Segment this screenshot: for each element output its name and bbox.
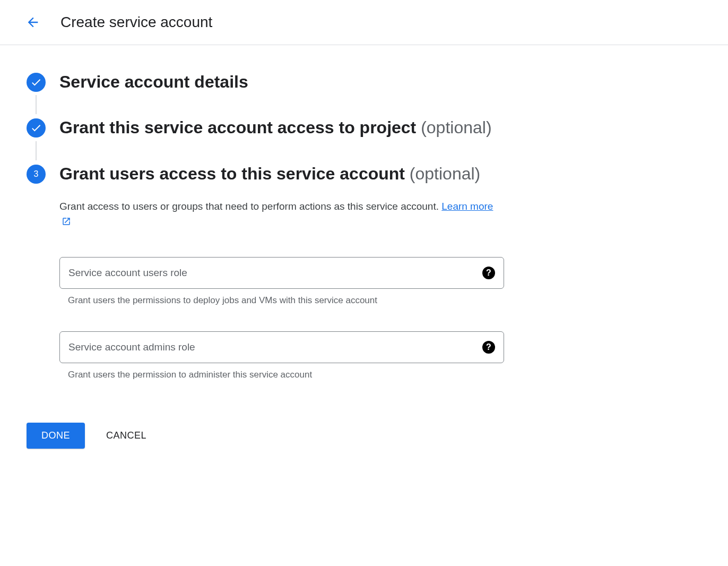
step-1-title: Service account details [59, 72, 504, 92]
help-icon[interactable]: ? [482, 341, 495, 354]
step-1-content: Service account details [59, 72, 504, 92]
users-role-group: ? Grant users the permissions to deploy … [59, 257, 504, 306]
arrow-left-icon [25, 15, 40, 30]
users-role-input[interactable] [68, 267, 482, 279]
step-1-indicator [27, 73, 46, 92]
page-title: Create service account [60, 14, 212, 31]
step-1: Service account details [27, 72, 504, 92]
external-link-icon [62, 215, 71, 231]
users-role-helper: Grant users the permissions to deploy jo… [59, 295, 504, 306]
admins-role-group: ? Grant users the permission to administ… [59, 331, 504, 380]
step-2-title-text: Grant this service account access to pro… [59, 118, 416, 137]
learn-more-link[interactable]: Learn more [441, 201, 493, 212]
check-icon [30, 76, 42, 88]
step-3-indicator: 3 [27, 165, 46, 184]
cancel-button[interactable]: CANCEL [106, 430, 146, 441]
step-3-content: Grant users access to this service accou… [59, 164, 504, 380]
step-3-title-text: Grant users access to this service accou… [59, 164, 405, 183]
step-2-content: Grant this service account access to pro… [59, 117, 504, 138]
step-2-indicator [27, 118, 46, 138]
step-3-title: Grant users access to this service accou… [59, 164, 504, 184]
page-header: Create service account [0, 0, 728, 45]
done-button[interactable]: DONE [27, 423, 85, 449]
check-icon [30, 122, 42, 134]
admins-role-input[interactable] [68, 341, 482, 353]
step-3-description-text: Grant access to users or groups that nee… [59, 201, 439, 212]
action-buttons: DONE CANCEL [27, 423, 504, 449]
step-2: Grant this service account access to pro… [27, 117, 504, 138]
back-button[interactable] [21, 11, 45, 34]
admins-role-helper: Grant users the permission to administer… [59, 370, 504, 380]
step-3-number: 3 [34, 169, 39, 179]
step-connector-1 [36, 95, 37, 114]
step-3-optional: (optional) [410, 164, 480, 183]
step-2-optional: (optional) [421, 118, 491, 137]
admins-role-wrapper: ? [59, 331, 504, 363]
step-connector-2 [36, 141, 37, 160]
help-icon[interactable]: ? [482, 267, 495, 279]
step-3-description: Grant access to users or groups that nee… [59, 199, 504, 231]
users-role-wrapper: ? [59, 257, 504, 289]
step-3: 3 Grant users access to this service acc… [27, 164, 504, 380]
step-2-title: Grant this service account access to pro… [59, 117, 504, 138]
main-content: Service account details Grant this servi… [0, 45, 531, 475]
